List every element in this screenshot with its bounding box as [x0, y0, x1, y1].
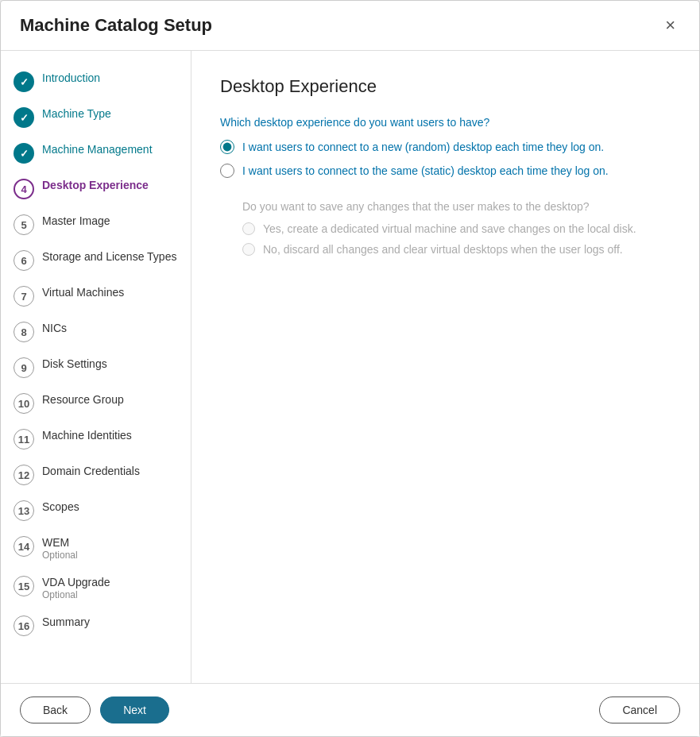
cancel-button[interactable]: Cancel	[599, 696, 680, 723]
step-label-1: Introduction	[42, 71, 100, 85]
step-name-15: VDA Upgrade	[42, 575, 110, 589]
sidebar-item-13[interactable]: 13Scopes	[1, 492, 191, 528]
footer-left: Back Next	[20, 696, 169, 723]
step-name-13: Scopes	[42, 500, 79, 514]
step-name-8: NICs	[42, 321, 67, 335]
radio-option-random[interactable]: I want users to connect to a new (random…	[220, 140, 671, 154]
step-name-2: Machine Type	[42, 106, 111, 121]
section-title: Desktop Experience	[220, 76, 671, 97]
step-name-7: Virtual Machines	[42, 285, 124, 299]
step-name-1: Introduction	[42, 71, 100, 85]
step-indicator-13: 13	[14, 500, 34, 521]
step-name-9: Disk Settings	[42, 357, 107, 371]
dialog-body: ✓Introduction✓Machine Type✓Machine Manag…	[1, 51, 699, 683]
step-name-16: Summary	[42, 615, 90, 629]
sidebar-item-9[interactable]: 9Disk Settings	[1, 349, 191, 385]
radio-input-static[interactable]	[220, 164, 234, 178]
question-label: Which desktop experience do you want use…	[220, 116, 671, 129]
step-label-7: Virtual Machines	[42, 285, 124, 299]
step-indicator-5: 5	[14, 214, 34, 235]
step-name-11: Machine Identities	[42, 428, 132, 442]
back-button[interactable]: Back	[20, 696, 91, 723]
sidebar: ✓Introduction✓Machine Type✓Machine Manag…	[1, 51, 191, 683]
step-name-4: Desktop Experience	[42, 178, 149, 192]
sub-radio-option-discard: No, discard all changes and clear virtua…	[242, 243, 671, 256]
step-indicator-6: 6	[14, 250, 34, 271]
step-name-10: Resource Group	[42, 392, 124, 407]
step-indicator-11: 11	[14, 429, 34, 450]
sidebar-item-15[interactable]: 15VDA UpgradeOptional	[1, 568, 191, 608]
step-label-5: Master Image	[42, 214, 110, 228]
step-indicator-7: 7	[14, 286, 34, 307]
sidebar-item-7[interactable]: 7Virtual Machines	[1, 278, 191, 314]
step-indicator-14: 14	[14, 536, 34, 557]
sidebar-item-4[interactable]: 4Desktop Experience	[1, 171, 191, 206]
step-label-10: Resource Group	[42, 392, 124, 407]
dialog-title: Machine Catalog Setup	[20, 15, 212, 36]
machine-catalog-dialog: Machine Catalog Setup × ✓Introduction✓Ma…	[0, 0, 700, 737]
sidebar-item-12[interactable]: 12Domain Credentials	[1, 457, 191, 492]
step-label-6: Storage and License Types	[42, 249, 176, 264]
dialog-header: Machine Catalog Setup ×	[1, 1, 699, 51]
step-indicator-8: 8	[14, 322, 34, 342]
step-label-15: VDA UpgradeOptional	[42, 575, 110, 600]
close-button[interactable]: ×	[660, 15, 680, 36]
radio-option-static[interactable]: I want users to connect to the same (sta…	[220, 164, 671, 178]
step-label-13: Scopes	[42, 500, 79, 514]
sidebar-item-16[interactable]: 16Summary	[1, 608, 191, 643]
sub-radio-label-discard: No, discard all changes and clear virtua…	[263, 243, 623, 256]
step-indicator-3: ✓	[14, 143, 34, 164]
sub-question-section: Do you want to save any changes that the…	[242, 200, 671, 256]
sidebar-item-10[interactable]: 10Resource Group	[1, 385, 191, 421]
step-label-8: NICs	[42, 321, 67, 335]
sidebar-item-1[interactable]: ✓Introduction	[1, 64, 191, 99]
checkmark-icon: ✓	[20, 76, 29, 88]
step-name-6: Storage and License Types	[42, 249, 176, 264]
sidebar-item-14[interactable]: 14WEMOptional	[1, 528, 191, 568]
step-indicator-16: 16	[14, 615, 34, 636]
radio-label-random: I want users to connect to a new (random…	[242, 141, 604, 153]
dialog-footer: Back Next Cancel	[1, 683, 699, 736]
sidebar-item-6[interactable]: 6Storage and License Types	[1, 242, 191, 278]
step-indicator-15: 15	[14, 576, 34, 596]
step-indicator-2: ✓	[14, 107, 34, 128]
sub-radio-group: Yes, create a dedicated virtual machine …	[242, 222, 671, 256]
step-label-14: WEMOptional	[42, 535, 78, 561]
radio-group-desktop: I want users to connect to a new (random…	[220, 140, 671, 178]
step-label-3: Machine Management	[42, 142, 153, 156]
sidebar-item-11[interactable]: 11Machine Identities	[1, 421, 191, 457]
sidebar-item-8[interactable]: 8NICs	[1, 314, 191, 349]
step-optional-15: Optional	[42, 589, 110, 600]
radio-input-random[interactable]	[220, 140, 234, 154]
step-indicator-9: 9	[14, 357, 34, 378]
step-optional-14: Optional	[42, 550, 78, 561]
step-label-4: Desktop Experience	[42, 178, 149, 192]
sidebar-item-3[interactable]: ✓Machine Management	[1, 135, 191, 171]
sub-radio-input-discard	[242, 243, 255, 256]
step-indicator-4: 4	[14, 179, 34, 199]
main-content: Desktop Experience Which desktop experie…	[191, 51, 699, 683]
sub-question-label: Do you want to save any changes that the…	[242, 200, 671, 213]
step-label-11: Machine Identities	[42, 428, 132, 442]
step-label-16: Summary	[42, 615, 90, 629]
sidebar-item-5[interactable]: 5Master Image	[1, 206, 191, 242]
step-name-14: WEM	[42, 535, 78, 550]
step-label-2: Machine Type	[42, 106, 111, 121]
step-name-12: Domain Credentials	[42, 464, 140, 478]
step-indicator-1: ✓	[14, 71, 34, 92]
sub-radio-option-save: Yes, create a dedicated virtual machine …	[242, 222, 671, 235]
next-button[interactable]: Next	[100, 696, 169, 723]
sub-radio-input-save	[242, 222, 255, 235]
step-label-12: Domain Credentials	[42, 464, 140, 478]
step-label-9: Disk Settings	[42, 357, 107, 371]
step-name-3: Machine Management	[42, 142, 153, 156]
checkmark-icon: ✓	[20, 148, 29, 160]
step-indicator-10: 10	[14, 393, 34, 414]
step-indicator-12: 12	[14, 465, 34, 485]
radio-label-static: I want users to connect to the same (sta…	[242, 164, 609, 177]
sub-radio-label-save: Yes, create a dedicated virtual machine …	[263, 222, 636, 235]
checkmark-icon: ✓	[20, 112, 29, 124]
step-name-5: Master Image	[42, 214, 110, 228]
sidebar-item-2[interactable]: ✓Machine Type	[1, 99, 191, 135]
